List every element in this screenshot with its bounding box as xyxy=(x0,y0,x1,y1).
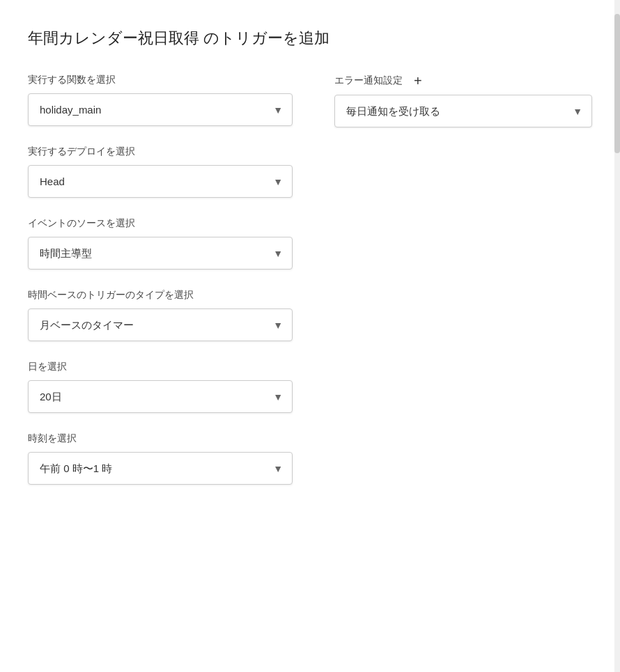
time-select-wrapper: 午前 0 時〜1 時 ▼ xyxy=(28,452,293,485)
event-source-select[interactable]: 時間主導型 xyxy=(28,237,293,269)
time-label: 時刻を選択 xyxy=(28,432,293,445)
trigger-type-select[interactable]: 月ベースのタイマー xyxy=(28,308,293,341)
error-notification-label: エラー通知設定 xyxy=(334,75,403,87)
event-source-label: イベントのソースを選択 xyxy=(28,217,293,230)
function-select-wrapper: holiday_main ▼ xyxy=(28,93,293,126)
notification-select-wrapper: 毎日通知を受け取る ▼ xyxy=(334,95,592,127)
right-column: エラー通知設定 + 毎日通知を受け取る ▼ xyxy=(334,74,592,485)
time-field-group: 時刻を選択 午前 0 時〜1 時 ▼ xyxy=(28,432,293,485)
error-section-header: エラー通知設定 + xyxy=(334,74,592,88)
trigger-type-label: 時間ベースのトリガーのタイプを選択 xyxy=(28,289,293,302)
add-notification-button[interactable]: + xyxy=(411,74,425,88)
function-label: 実行する関数を選択 xyxy=(28,74,293,86)
function-field-group: 実行する関数を選択 holiday_main ▼ xyxy=(28,74,293,126)
day-field-group: 日を選択 20日 ▼ xyxy=(28,361,293,413)
day-select-wrapper: 20日 ▼ xyxy=(28,380,293,413)
day-label: 日を選択 xyxy=(28,361,293,373)
page-container: 年間カレンダー祝日取得 のトリガーを追加 実行する関数を選択 holiday_m… xyxy=(0,0,620,513)
deploy-select[interactable]: Head xyxy=(28,165,293,198)
deploy-select-wrapper: Head ▼ xyxy=(28,165,293,198)
event-source-field-group: イベントのソースを選択 時間主導型 ▼ xyxy=(28,217,293,269)
scrollbar-thumb[interactable] xyxy=(614,14,620,153)
content-area: 実行する関数を選択 holiday_main ▼ 実行するデプロイを選択 Hea… xyxy=(28,74,592,485)
scrollbar-track xyxy=(614,0,620,672)
deploy-field-group: 実行するデプロイを選択 Head ▼ xyxy=(28,146,293,198)
function-select[interactable]: holiday_main xyxy=(28,93,293,126)
time-select[interactable]: 午前 0 時〜1 時 xyxy=(28,452,293,485)
left-column: 実行する関数を選択 holiday_main ▼ 実行するデプロイを選択 Hea… xyxy=(28,74,293,485)
day-select[interactable]: 20日 xyxy=(28,380,293,413)
trigger-type-select-wrapper: 月ベースのタイマー ▼ xyxy=(28,308,293,341)
trigger-type-field-group: 時間ベースのトリガーのタイプを選択 月ベースのタイマー ▼ xyxy=(28,289,293,341)
page-title: 年間カレンダー祝日取得 のトリガーを追加 xyxy=(28,28,592,49)
notification-select[interactable]: 毎日通知を受け取る xyxy=(334,95,592,127)
event-source-select-wrapper: 時間主導型 ▼ xyxy=(28,237,293,269)
error-notification-group: エラー通知設定 + 毎日通知を受け取る ▼ xyxy=(334,74,592,127)
deploy-label: 実行するデプロイを選択 xyxy=(28,146,293,158)
